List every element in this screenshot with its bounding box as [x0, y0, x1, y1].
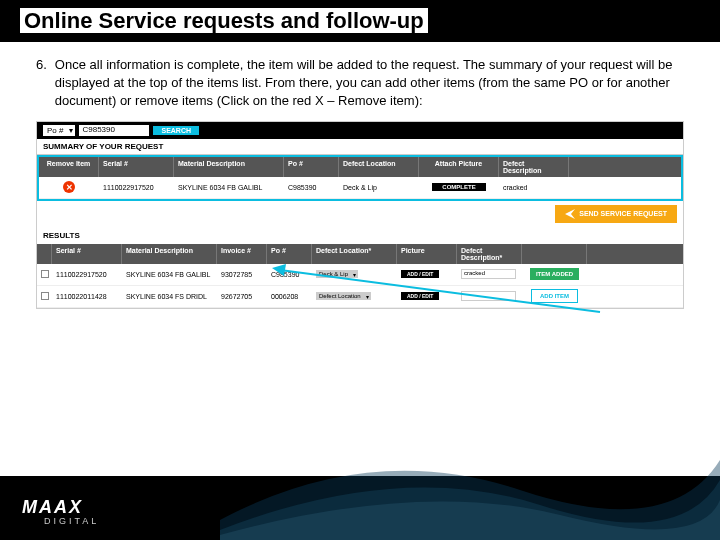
col-remove: Remove Item	[39, 157, 99, 177]
col-material: Material Description	[174, 157, 284, 177]
send-icon	[565, 209, 575, 219]
slide-title: Online Service requests and follow-up	[0, 0, 720, 42]
rcol-invoice: Invoice #	[217, 244, 267, 264]
defect-location-dropdown[interactable]: Defect Location	[316, 292, 371, 300]
rcell-po: 0006208	[267, 290, 312, 303]
rcell-invoice: 93072785	[217, 268, 267, 281]
cell-description: cracked	[499, 181, 569, 194]
step-text: Once all information is complete, the it…	[55, 56, 684, 111]
cell-serial: 1110022917520	[99, 181, 174, 194]
cell-material: SKYLINE 6034 FB GALIBL	[174, 181, 284, 194]
send-row: SEND SERVICE REQUEST	[37, 201, 683, 227]
results-table-header: Serial # Material Description Invoice # …	[37, 244, 683, 264]
logo-sub: DIGITAL	[44, 516, 99, 526]
col-serial: Serial #	[99, 157, 174, 177]
col-attach-picture: Attach Picture	[419, 157, 499, 177]
po-input[interactable]: C985390	[79, 125, 149, 136]
app-screenshot: Po # C985390 SEARCH SUMMARY OF YOUR REQU…	[36, 121, 684, 309]
col-defect-location: Defect Location	[339, 157, 419, 177]
results-row: 1110022917520 SKYLINE 6034 FB GALIBL 930…	[37, 264, 683, 286]
description-input[interactable]	[461, 291, 516, 301]
complete-button[interactable]: COMPLETE	[432, 183, 485, 191]
results-row: 1110022011428 SKYLINE 6034 FS DRIDL 9267…	[37, 286, 683, 308]
add-edit-button[interactable]: ADD / EDIT	[401, 270, 439, 278]
summary-table-header: Remove Item Serial # Material Descriptio…	[39, 157, 681, 177]
rcol-serial: Serial #	[52, 244, 122, 264]
rcell-invoice: 92672705	[217, 290, 267, 303]
description-input[interactable]: cracked	[461, 269, 516, 279]
logo-main: MAAX	[22, 497, 99, 518]
rcol-po: Po #	[267, 244, 312, 264]
add-item-button[interactable]: ADD ITEM	[531, 289, 578, 303]
search-bar: Po # C985390 SEARCH	[37, 122, 683, 139]
search-button[interactable]: SEARCH	[153, 126, 199, 135]
rcol-picture: Picture	[397, 244, 457, 264]
defect-location-dropdown[interactable]: Deck & Lip	[316, 270, 358, 278]
rcell-serial: 1110022011428	[52, 290, 122, 303]
rcell-po: C985390	[267, 268, 312, 281]
maax-logo: MAAX DIGITAL	[22, 497, 99, 526]
rcell-material: SKYLINE 6034 FS DRIDL	[122, 290, 217, 303]
rcell-serial: 1110022917520	[52, 268, 122, 281]
col-defect-description: Defect Description	[499, 157, 569, 177]
remove-item-icon[interactable]: ✕	[63, 181, 75, 193]
rcol-description: Defect Description*	[457, 244, 522, 264]
step-number: 6.	[36, 56, 47, 111]
step-6: 6. Once all information is complete, the…	[36, 56, 684, 111]
cell-po: C985390	[284, 181, 339, 194]
item-added-badge: ITEM ADDED	[530, 268, 579, 280]
content-area: 6. Once all information is complete, the…	[0, 42, 720, 309]
po-type-dropdown[interactable]: Po #	[43, 125, 75, 136]
summary-header: SUMMARY OF YOUR REQUEST	[37, 139, 683, 155]
col-po: Po #	[284, 157, 339, 177]
results-header: RESULTS	[37, 227, 683, 244]
row-checkbox[interactable]	[41, 292, 49, 300]
wave-graphic	[220, 420, 720, 540]
summary-row: ✕ 1110022917520 SKYLINE 6034 FB GALIBL C…	[39, 177, 681, 199]
send-service-request-button[interactable]: SEND SERVICE REQUEST	[555, 205, 677, 223]
add-edit-button[interactable]: ADD / EDIT	[401, 292, 439, 300]
rcol-material: Material Description	[122, 244, 217, 264]
slide-footer: MAAX DIGITAL	[0, 476, 720, 540]
summary-highlight: Remove Item Serial # Material Descriptio…	[37, 155, 683, 201]
rcell-material: SKYLINE 6034 FB GALIBL	[122, 268, 217, 281]
rcol-location: Defect Location*	[312, 244, 397, 264]
cell-location: Deck & Lip	[339, 181, 419, 194]
row-checkbox[interactable]	[41, 270, 49, 278]
